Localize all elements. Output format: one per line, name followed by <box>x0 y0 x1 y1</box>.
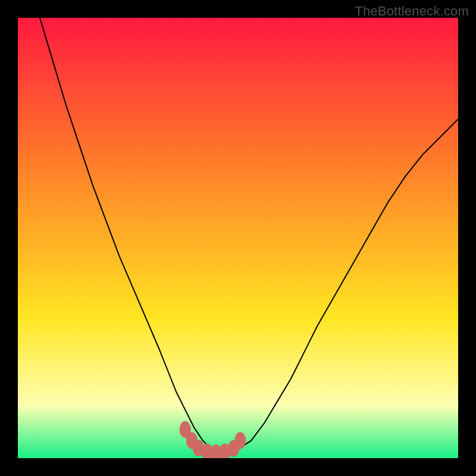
watermark-text: TheBottleneck.com <box>355 4 469 19</box>
chart-frame: TheBottleneck.com <box>0 0 476 476</box>
bottleneck-chart <box>18 18 458 458</box>
highlight-marker <box>234 432 246 449</box>
chart-background <box>18 18 458 458</box>
